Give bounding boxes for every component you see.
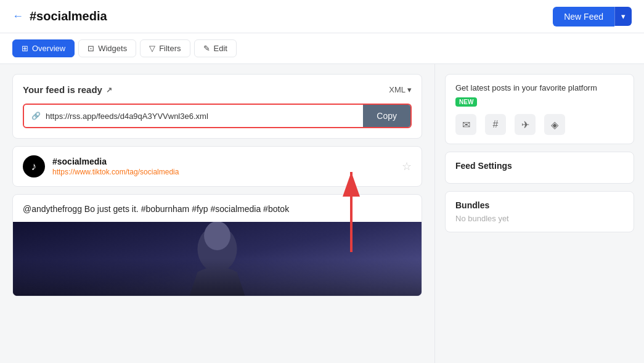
source-card: ♪ #socialmedia https://www.tiktok.com/ta… [12,146,422,187]
copy-button[interactable]: Copy [363,105,410,127]
new-feed-button[interactable]: New Feed [553,7,614,27]
right-sidebar: Get latest posts in your favorite platfo… [434,64,644,363]
left-area: Your feed is ready ↗ XML ▾ 🔗 https://rss… [0,64,434,363]
platform-icons: ✉ # ✈ ◈ [455,114,624,135]
discord-platform-icon[interactable]: ◈ [544,114,565,135]
tab-edit-label: Edit [214,44,227,53]
bundles-card: Bundles No bundles yet [445,191,634,232]
feed-settings-card: Feed Settings [445,152,634,184]
feed-url: https://rss.app/feeds/d4a9qA3YVVwnl3e6.x… [46,112,356,121]
feed-card: Your feed is ready ↗ XML ▾ 🔗 https://rss… [12,74,422,139]
svg-point-4 [204,222,230,250]
telegram-platform-icon[interactable]: ✈ [515,114,536,135]
left-content: Your feed is ready ↗ XML ▾ 🔗 https://rss… [0,64,434,363]
external-link-icon[interactable]: ↗ [106,86,112,94]
url-row: 🔗 https://rss.app/feeds/d4a9qA3YVVwnl3e6… [23,104,412,128]
xml-dropdown-icon: ▾ [407,85,412,94]
back-button[interactable]: ← [12,10,23,23]
favorite-star-icon[interactable]: ☆ [402,160,412,173]
post-text: @andythefrogg Bo just gets it. #boburnha… [13,195,422,222]
feed-ready-header: Your feed is ready ↗ XML ▾ [23,84,412,95]
feed-ready-title: Your feed is ready ↗ [23,84,112,95]
header-right: New Feed ▾ [553,7,632,27]
source-details: #socialmedia https://www.tiktok.com/tag/… [52,157,179,176]
email-platform-icon[interactable]: ✉ [455,114,476,135]
source-name: #socialmedia [52,157,179,166]
url-input-area: 🔗 https://rss.app/feeds/d4a9qA3YVVwnl3e6… [24,107,363,126]
tab-widgets-label: Widgets [98,44,127,53]
overview-icon: ⊞ [22,44,28,53]
tab-overview[interactable]: ⊞ Overview [12,39,75,57]
main-layout: Your feed is ready ↗ XML ▾ 🔗 https://rss… [0,64,644,363]
tab-widgets[interactable]: ⊡ Widgets [78,39,136,57]
tab-overview-label: Overview [32,44,65,53]
source-url[interactable]: https://www.tiktok.com/tag/socialmedia [52,168,179,176]
widgets-icon: ⊡ [88,44,94,53]
source-info: ♪ #socialmedia https://www.tiktok.com/ta… [23,155,179,177]
post-card: @andythefrogg Bo just gets it. #boburnha… [12,194,422,296]
filters-icon: ▽ [149,44,155,53]
xml-format-selector[interactable]: XML ▾ [389,85,412,94]
tiktok-icon: ♪ [23,155,45,177]
bundles-title: Bundles [455,200,624,210]
xml-label: XML [389,85,406,94]
new-feed-dropdown-button[interactable]: ▾ [614,7,632,26]
header-left: ← #socialmedia [12,9,107,23]
slack-platform-icon[interactable]: # [485,114,506,135]
tab-filters-label: Filters [159,44,181,53]
feed-ready-text: Your feed is ready [23,84,102,95]
platform-prompt-text: Get latest posts in your favorite platfo… [455,83,597,92]
header: ← #socialmedia New Feed ▾ [0,0,644,33]
no-bundles-text: No bundles yet [455,214,624,223]
new-badge: NEW [455,97,477,107]
post-thumbnail [13,222,422,296]
platform-card: Get latest posts in your favorite platfo… [445,74,634,144]
platform-header: Get latest posts in your favorite platfo… [455,83,624,107]
tab-filters[interactable]: ▽ Filters [140,39,190,57]
tabs-bar: ⊞ Overview ⊡ Widgets ▽ Filters ✎ Edit [0,33,644,64]
link-icon: 🔗 [31,112,41,120]
feed-settings-title: Feed Settings [455,161,624,171]
tab-edit[interactable]: ✎ Edit [194,39,237,57]
page-title: #socialmedia [30,9,107,23]
edit-icon: ✎ [203,44,210,53]
